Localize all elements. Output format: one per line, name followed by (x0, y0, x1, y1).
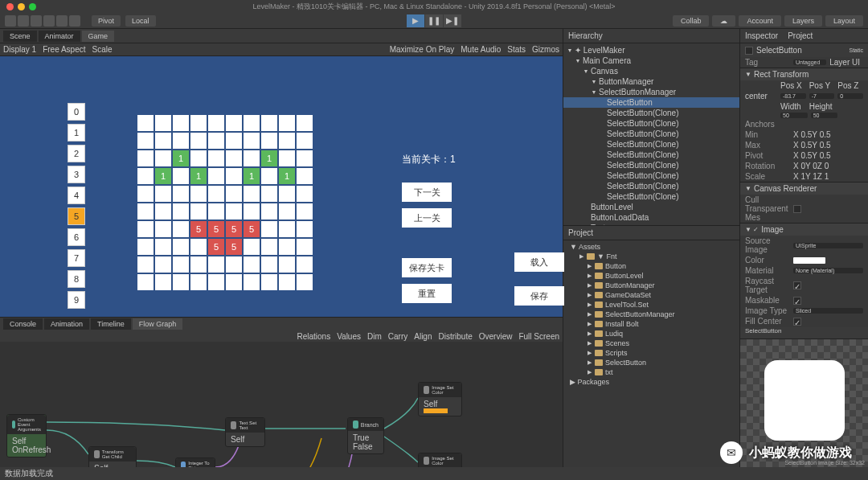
display-dropdown[interactable]: Display 1 (3, 45, 36, 54)
grid-cell[interactable] (172, 256, 190, 273)
grid-cell[interactable] (137, 185, 154, 203)
grid-cell[interactable] (172, 185, 190, 203)
grid-cell[interactable] (172, 220, 190, 238)
hierarchy-item[interactable]: SelectButton(Clone) (563, 129, 739, 139)
grid-cell[interactable] (260, 273, 278, 291)
maximize-toggle[interactable]: Maximize On Play (390, 45, 455, 54)
grid-cell[interactable] (207, 150, 225, 167)
grid-cell[interactable]: 1 (172, 150, 190, 167)
grid-cell[interactable] (154, 273, 172, 291)
play-button[interactable]: ▶ (407, 14, 424, 27)
project-item[interactable]: ▶ Packages (563, 377, 739, 387)
tag-dropdown[interactable]: Untagged (793, 59, 826, 65)
grid-cell[interactable] (154, 185, 172, 203)
fullscreen-label[interactable]: Full Screen (518, 332, 559, 341)
stats-toggle[interactable]: Stats (507, 45, 526, 54)
image-header[interactable]: ▼ ✓ Image (740, 224, 868, 236)
hand-tool-icon[interactable] (5, 15, 16, 27)
grid-cell[interactable] (137, 203, 154, 220)
project-item[interactable]: ▶Scenes (563, 338, 739, 348)
grid-cell[interactable] (207, 273, 225, 291)
grid-cell[interactable] (296, 256, 313, 273)
grid-cell[interactable] (137, 114, 154, 132)
grid-cell[interactable] (137, 238, 154, 256)
distribute-label[interactable]: Distribute (438, 332, 472, 341)
grid-cell[interactable] (278, 114, 296, 132)
align-label[interactable]: Align (414, 332, 432, 341)
grid-cell[interactable] (154, 256, 172, 273)
grid-cell[interactable] (225, 256, 243, 273)
hierarchy-item[interactable]: ▼✦ LevelMaker (563, 45, 739, 55)
grid-cell[interactable] (278, 220, 296, 238)
mute-toggle[interactable]: Mute Audio (461, 45, 501, 54)
grid-cell[interactable]: 5 (207, 220, 225, 238)
number-button-5[interactable]: 5 (68, 207, 85, 225)
hierarchy-item[interactable]: ▼Canvas (563, 66, 739, 76)
save-level-button[interactable]: 保存关卡 (402, 258, 452, 277)
project-item[interactable]: ▶SelectButton (563, 358, 739, 367)
transform-tool-icon[interactable] (69, 15, 80, 27)
hierarchy-item[interactable]: SelectButton(Clone) (563, 170, 739, 181)
grid-cell[interactable] (260, 132, 278, 150)
hierarchy-item[interactable]: ▼SelectButtonManager (563, 87, 739, 97)
values-label[interactable]: Values (337, 332, 361, 341)
grid-cell[interactable] (278, 132, 296, 150)
grid-cell[interactable] (137, 150, 154, 167)
grid-cell[interactable] (278, 238, 296, 256)
grid-cell[interactable] (243, 256, 260, 273)
grid-cell[interactable] (207, 167, 225, 185)
number-button-2[interactable]: 2 (68, 145, 85, 162)
number-button-3[interactable]: 3 (68, 166, 85, 183)
grid-cell[interactable] (296, 203, 313, 220)
grid-cell[interactable] (190, 185, 207, 203)
grid-cell[interactable] (190, 150, 207, 167)
grid-cell[interactable] (243, 132, 260, 150)
grid-cell[interactable] (190, 203, 207, 220)
canvas-renderer-header[interactable]: ▼ Canvas Renderer (740, 183, 868, 195)
hierarchy-item[interactable]: SelectButton(Clone) (563, 181, 739, 191)
active-checkbox[interactable] (745, 47, 753, 55)
grid-cell[interactable] (137, 167, 154, 185)
grid-cell[interactable] (225, 114, 243, 132)
grid-cell[interactable] (296, 238, 313, 256)
layers-dropdown[interactable]: Layers (784, 15, 822, 27)
grid-cell[interactable] (154, 150, 172, 167)
grid-cell[interactable] (225, 167, 243, 185)
hierarchy-item[interactable]: SelectButton(Clone) (563, 191, 739, 202)
grid-cell[interactable] (296, 150, 313, 167)
grid-cell[interactable] (137, 220, 154, 238)
number-button-1[interactable]: 1 (68, 124, 85, 142)
hierarchy-item[interactable]: SelectButton(Clone) (563, 139, 739, 150)
pivot-toggle[interactable]: Pivot (92, 15, 121, 27)
tab-animation[interactable]: Animation (44, 318, 89, 330)
grid-cell[interactable] (207, 132, 225, 150)
project-item[interactable]: ▶Ludiq (563, 329, 739, 338)
project-item[interactable]: ▶ButtonManager (563, 281, 739, 290)
hierarchy-item[interactable]: SelectButton(Clone) (563, 150, 739, 160)
layout-dropdown[interactable]: Layout (825, 15, 863, 27)
hierarchy-item[interactable]: SelectButton(Clone) (563, 108, 739, 118)
grid-cell[interactable] (296, 132, 313, 150)
grid-cell[interactable]: 1 (260, 150, 278, 167)
scale-tool-icon[interactable] (43, 15, 55, 27)
hierarchy-item[interactable]: SelectButton(Clone) (563, 118, 739, 129)
grid-cell[interactable] (172, 114, 190, 132)
number-button-9[interactable]: 9 (68, 291, 85, 309)
grid-cell[interactable]: 5 (207, 238, 225, 256)
rect-transform-header[interactable]: ▼ Rect Transform (740, 68, 868, 80)
node-custom-event[interactable]: Custom Event Arguments SelfOnRefresh (6, 414, 47, 457)
grid-cell[interactable] (278, 256, 296, 273)
grid-cell[interactable] (172, 238, 190, 256)
grid-cell[interactable]: 5 (225, 220, 243, 238)
project-item[interactable]: ▶▼ Fnt (563, 252, 739, 261)
grid-cell[interactable] (260, 203, 278, 220)
grid-cell[interactable] (278, 203, 296, 220)
hierarchy-item[interactable]: SelectButton (563, 97, 739, 108)
grid-cell[interactable] (207, 256, 225, 273)
grid-cell[interactable] (190, 114, 207, 132)
step-button[interactable]: ▶❚ (444, 14, 461, 27)
number-button-8[interactable]: 8 (68, 270, 85, 288)
aspect-dropdown[interactable]: Free Aspect (43, 45, 85, 54)
number-button-7[interactable]: 7 (68, 249, 85, 267)
rect-tool-icon[interactable] (56, 15, 68, 27)
